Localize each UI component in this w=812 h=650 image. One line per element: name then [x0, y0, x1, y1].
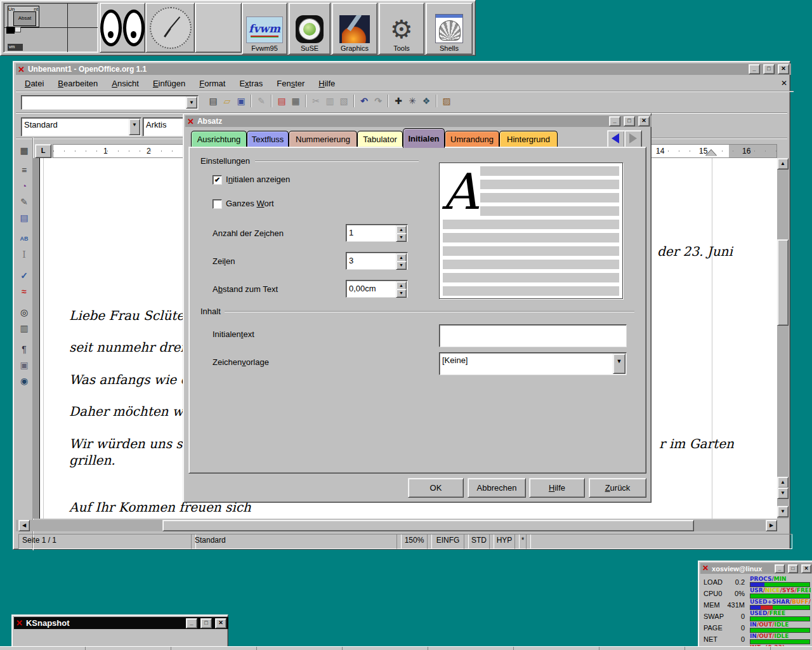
tab-type-selector[interactable]: L — [35, 144, 51, 158]
tab-nummerierung[interactable]: Nummerierung — [289, 131, 357, 147]
scroll-down-button[interactable]: ▼ — [777, 506, 789, 517]
writer-titlebar[interactable]: ✕ Unbenannt1 - OpenOffice.org 1.1 _ □ ✕ — [16, 63, 791, 75]
xeyes-button[interactable] — [100, 3, 145, 53]
dialog-maximize-button[interactable]: □ — [624, 116, 635, 126]
desktop-pager[interactable]: Unnt Absat vm — [3, 3, 98, 53]
url-dropdown-button[interactable]: ▼ — [186, 96, 197, 109]
launcher-suse[interactable]: SuSE — [289, 3, 331, 55]
scroll-up-button[interactable]: ▲ — [777, 158, 789, 169]
menu-ansicht[interactable]: Ansicht — [109, 77, 141, 90]
open-icon[interactable]: ▱ — [220, 95, 234, 107]
xosview-maximize-button[interactable]: □ — [788, 564, 798, 573]
show-dropcaps-label[interactable]: Initialen anzeigen — [226, 175, 290, 184]
menu-fenster[interactable]: Fenster — [274, 77, 307, 90]
autospellcheck-icon[interactable]: ≈ — [17, 285, 31, 298]
export-pdf-icon[interactable]: ▤ — [275, 95, 289, 107]
tab-hintergrund[interactable]: Hintergrund — [499, 131, 558, 147]
new-document-icon[interactable]: ▤ — [206, 95, 220, 107]
cancel-button[interactable]: Abbrechen — [468, 478, 526, 498]
show-dropcaps-checkbox[interactable]: ✔ — [213, 175, 222, 185]
xosview-minimize-button[interactable]: _ — [775, 564, 785, 573]
dialog-titlebar[interactable]: ✕ Absatz _ □ ✕ — [185, 116, 652, 127]
edit-file-icon[interactable]: ✎ — [254, 95, 268, 107]
tab-initialen[interactable]: Initialen — [403, 128, 445, 148]
ksnapshot-close-button[interactable]: ✕ — [215, 618, 226, 628]
nonprinting-characters-icon[interactable]: ¶ — [17, 343, 31, 355]
menu-datei[interactable]: Datei — [22, 77, 46, 90]
char-style-dropdown-button[interactable]: ▼ — [613, 354, 625, 374]
navigator-icon[interactable]: ✚ — [391, 95, 405, 107]
xclock-button[interactable] — [145, 3, 195, 53]
pager-mini-window-small[interactable] — [6, 27, 15, 34]
print-icon[interactable]: ▦ — [289, 95, 303, 107]
pager-mini-window-small[interactable] — [15, 27, 21, 32]
spin-down-button[interactable]: ▼ — [396, 261, 407, 270]
scroll-right-button[interactable]: ▶ — [766, 520, 777, 531]
tab-tabulator[interactable]: Tabulator — [357, 131, 403, 147]
xosview-close-button[interactable]: ✕ — [801, 564, 811, 573]
whole-word-checkbox[interactable] — [213, 199, 222, 209]
lines-spinner[interactable]: 3 ▲ ▼ — [346, 252, 408, 270]
insert-section-icon[interactable]: ≡ — [17, 164, 31, 176]
tab-textfluss[interactable]: Textfluss — [247, 131, 289, 147]
ok-button[interactable]: OK — [408, 478, 464, 498]
previous-page-button[interactable]: ▲ — [777, 477, 789, 488]
insert-object-icon[interactable]: ◔ — [17, 180, 31, 192]
reset-button[interactable]: Zurück — [589, 478, 646, 498]
menu-hilfe[interactable]: Hilfe — [316, 77, 337, 90]
form-functions-icon[interactable]: ▤ — [17, 211, 31, 224]
draw-functions-icon[interactable]: ✎ — [17, 196, 31, 208]
cut-icon[interactable]: ✂ — [309, 95, 323, 107]
hyperlink-icon[interactable]: ❖ — [419, 95, 433, 107]
vertical-scrollbar[interactable]: ▲ ▲ ▼ ▼ — [777, 158, 789, 519]
dialog-minimize-button[interactable]: _ — [609, 116, 620, 126]
distance-spinner[interactable]: 0,00cm ▲ ▼ — [346, 280, 408, 298]
tab-ausrichtung[interactable]: Ausrichtung — [191, 131, 247, 147]
ksnapshot-minimize-button[interactable]: _ — [186, 618, 197, 628]
spellcheck-icon[interactable]: ✓ — [17, 269, 31, 282]
num-chars-spinner[interactable]: 1 ▲ ▼ — [346, 224, 408, 242]
ksnapshot-titlebar[interactable]: ✕ KSnapshot _ □ ✕ — [14, 617, 228, 629]
margin-marker[interactable] — [705, 150, 717, 156]
data-sources-icon[interactable]: ▥ — [17, 322, 31, 335]
tab-scroll-next-button[interactable] — [624, 130, 642, 148]
url-combobox[interactable]: ▼ — [21, 95, 199, 110]
help-button[interactable]: Hilfe — [529, 478, 585, 498]
tab-umrandung[interactable]: Umrandung — [445, 131, 499, 147]
xosview-titlebar[interactable]: ✕ xosview@linux _ □ ✕ — [700, 563, 812, 574]
tab-scroll-prev-button[interactable] — [607, 130, 625, 148]
menu-bearbeiten[interactable]: Bearbeiten — [55, 77, 100, 90]
bottom-taskbar-edge[interactable] — [0, 646, 812, 650]
document-close-icon[interactable]: ✕ — [781, 79, 794, 88]
menu-extras[interactable]: Extras — [237, 77, 265, 90]
status-insert-mode[interactable]: EINFG — [427, 534, 469, 549]
gallery-icon[interactable]: ▨ — [440, 95, 454, 107]
next-page-button[interactable]: ▼ — [777, 488, 789, 499]
pager-mini-window-writer[interactable]: Unnt Absat — [8, 6, 39, 27]
minimize-button[interactable]: _ — [749, 64, 760, 74]
menu-format[interactable]: Format — [197, 77, 228, 90]
launcher-fvwm95[interactable]: fvwm Fvwm95 — [242, 3, 287, 55]
launcher-tools[interactable]: ⚙ Tools — [379, 3, 424, 55]
scroll-left-button[interactable]: ◀ — [18, 520, 30, 531]
horizontal-scrollbar[interactable]: ◀ ▶ — [16, 520, 777, 531]
direct-cursor-icon[interactable]: I — [17, 248, 31, 261]
online-layout-icon[interactable]: ◉ — [17, 375, 31, 387]
spin-down-button[interactable]: ▼ — [396, 233, 407, 242]
maximize-button[interactable]: □ — [763, 64, 775, 74]
autotext-icon[interactable]: AB — [17, 232, 31, 245]
copy-icon[interactable]: ▥ — [323, 95, 337, 107]
pager-mini-window-small[interactable]: vm — [8, 44, 23, 51]
style-dropdown-button[interactable]: ▼ — [129, 119, 140, 135]
paste-icon[interactable]: ▧ — [337, 95, 351, 107]
launcher-graphics[interactable]: Graphics — [332, 3, 377, 55]
redo-icon[interactable]: ↷ — [371, 95, 385, 107]
dialog-close-button[interactable]: ✕ — [638, 116, 650, 126]
ksnapshot-maximize-button[interactable]: □ — [200, 618, 212, 628]
char-style-combobox[interactable]: [Keine] ▼ — [439, 352, 627, 375]
launcher-shells[interactable]: Shells — [426, 3, 473, 55]
whole-word-label[interactable]: Ganzes Wort — [226, 199, 274, 208]
close-button[interactable]: ✕ — [778, 64, 789, 74]
find-replace-icon[interactable]: ◎ — [17, 306, 31, 319]
vertical-scroll-thumb[interactable] — [777, 239, 789, 326]
